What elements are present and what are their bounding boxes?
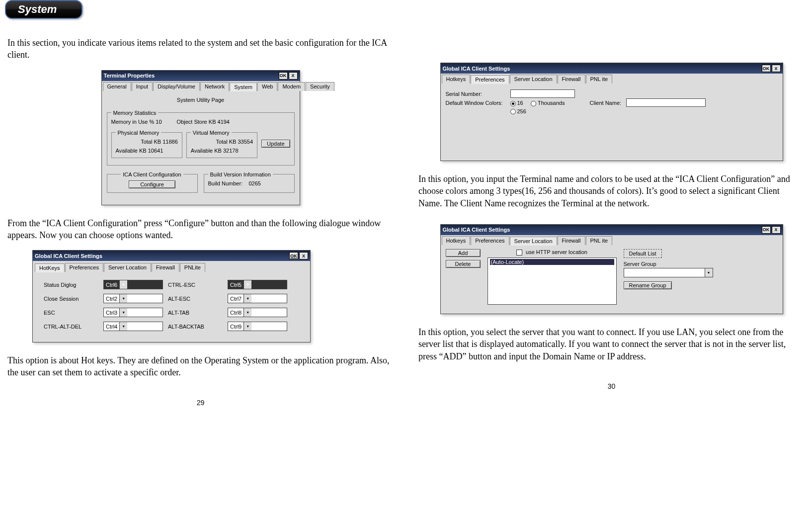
legend-physical-memory: Physical Memory <box>116 130 162 136</box>
tab-pnlite[interactable]: PNLite <box>180 263 205 272</box>
hk-label: CTRL-ALT-DEL <box>44 324 98 330</box>
tab-pnlite[interactable]: PNL ite <box>586 75 613 84</box>
server-group-label: Server Group <box>624 261 778 267</box>
tabs-row: HotKeys Preferences Server Location Fire… <box>33 261 310 272</box>
ok-button[interactable]: OK <box>762 65 771 72</box>
ica-server-location-window: Global ICA Client Settings OK X Hotkeys … <box>440 224 783 314</box>
dropdown-value: Ctrl4 <box>106 324 117 330</box>
page-columns: In this section, you indicate various it… <box>5 33 807 407</box>
client-name-input[interactable] <box>626 98 706 107</box>
configure-button[interactable]: Configure <box>129 180 175 188</box>
server-group-dropdown[interactable]: ▼ <box>624 268 713 277</box>
tab-preferences[interactable]: Preferences <box>471 75 509 84</box>
hk-dropdown[interactable]: Ctrl9▼ <box>228 322 287 331</box>
window-title: Global ICA Client Settings <box>443 227 510 233</box>
radio-thousands[interactable] <box>531 101 536 106</box>
hk-dropdown[interactable]: Ctrl7▼ <box>228 294 287 303</box>
physical-memory-group: Physical Memory Total KB 11886 Available… <box>111 130 182 158</box>
chevron-down-icon: ▼ <box>119 294 127 303</box>
legend-ica-client-config: ICA Client Configuration <box>121 171 183 177</box>
radio-256[interactable] <box>510 109 516 114</box>
chevron-down-icon: ▼ <box>244 322 251 331</box>
page-number-right: 30 <box>418 382 805 390</box>
window-body: System Utility Page Memory Statistics Me… <box>102 91 300 205</box>
close-button[interactable]: X <box>299 252 308 259</box>
default-list-button[interactable]: Default List <box>624 249 662 258</box>
use-http-label: use HTTP server location <box>526 249 587 255</box>
server-listbox[interactable]: (Auto-Locate) <box>487 257 617 305</box>
phys-total: Total KB 11886 <box>116 139 178 145</box>
hk-label: ALT-BACKTAB <box>168 324 223 330</box>
window-title: Global ICA Client Settings <box>35 253 102 259</box>
dropdown-value: Ctrl8 <box>230 310 242 316</box>
build-label: Build Number: <box>208 180 243 186</box>
memory-statistics-group: Memory Statistics Memory in Use % 10 Obj… <box>107 110 295 166</box>
hk-label: Close Session <box>44 296 98 302</box>
tab-server-location[interactable]: Server Location <box>104 263 151 272</box>
left-para3: This option is about Hot keys. They are … <box>7 354 394 379</box>
virtual-memory-group: Virtual Memory Total KB 33554 Available … <box>186 130 257 158</box>
list-item[interactable]: (Auto-Locate) <box>490 259 614 265</box>
hk-label: ESC <box>44 310 98 316</box>
ok-button[interactable]: OK <box>279 72 288 80</box>
tab-hotkeys[interactable]: Hotkeys <box>442 75 471 84</box>
tab-system[interactable]: System <box>230 83 257 91</box>
radio-16[interactable] <box>510 101 516 106</box>
tabs-row: Hotkeys Preferences Server Location Fire… <box>441 74 783 84</box>
close-button[interactable]: X <box>772 65 781 72</box>
chevron-down-icon: ▼ <box>244 294 251 303</box>
hk-dropdown[interactable]: Ctrl4▼ <box>103 322 163 331</box>
hk-dropdown[interactable]: Ctrl8▼ <box>228 308 287 317</box>
tab-general[interactable]: General <box>103 82 131 91</box>
virt-total: Total KB 33554 <box>191 139 253 145</box>
serial-number-input[interactable] <box>510 89 575 98</box>
dropdown-value: Ctrl7 <box>230 296 242 302</box>
titlebar: Global ICA Client Settings OK X <box>441 63 783 74</box>
tab-preferences[interactable]: Preferences <box>65 263 103 272</box>
serial-number-label: Serial Number: <box>446 91 510 97</box>
left-para2: From the “ICA Client Configuration” pres… <box>7 217 394 242</box>
phys-avail: Available KB 10641 <box>116 148 178 154</box>
tab-server-location[interactable]: Server Location <box>510 75 557 84</box>
window-body: Status Diglog Ctrl6▼ CTRL-ESC Ctrl5▼ Clo… <box>33 272 310 342</box>
close-button[interactable]: X <box>772 226 781 234</box>
build-version-group: Build Version Information Build Number: … <box>204 171 295 193</box>
tab-input[interactable]: Input <box>132 82 153 91</box>
ok-button[interactable]: OK <box>762 226 771 234</box>
tab-security[interactable]: Security <box>306 82 334 91</box>
add-button[interactable]: Add <box>446 249 481 257</box>
tab-modem[interactable]: Modem <box>278 82 305 91</box>
page-number-left: 29 <box>7 399 394 407</box>
tab-preferences[interactable]: Preferences <box>471 236 509 245</box>
hk-dropdown[interactable]: Ctrl2▼ <box>103 294 163 303</box>
tab-display-volume[interactable]: Display/Volume <box>153 82 200 91</box>
window-body: Serial Number: Default Window Colors: 16… <box>441 84 783 161</box>
tabs-row: Hotkeys Preferences Server Location Fire… <box>441 235 783 245</box>
ok-button[interactable]: OK <box>289 252 298 259</box>
tab-hotkeys[interactable]: Hotkeys <box>442 236 471 245</box>
ica-preferences-window: Global ICA Client Settings OK X Hotkeys … <box>440 63 783 161</box>
tab-hotkeys[interactable]: HotKeys <box>35 263 65 272</box>
chevron-down-icon: ▼ <box>244 280 251 289</box>
hk-dropdown[interactable]: Ctrl6▼ <box>103 280 163 289</box>
tab-pnlite[interactable]: PNL ite <box>586 236 613 245</box>
use-http-checkbox[interactable] <box>516 250 522 256</box>
chevron-down-icon: ▼ <box>119 322 127 331</box>
legend-virtual-memory: Virtual Memory <box>191 130 232 136</box>
colors-label: Default Window Colors: <box>446 100 510 106</box>
hk-dropdown[interactable]: Ctrl5▼ <box>228 280 287 289</box>
tab-server-location[interactable]: Server Location <box>510 237 557 246</box>
tab-firewall[interactable]: Firewall <box>558 236 585 245</box>
delete-button[interactable]: Delete <box>446 260 481 268</box>
tab-network[interactable]: Network <box>200 82 229 91</box>
chevron-down-icon: ▼ <box>244 308 251 317</box>
tab-web[interactable]: Web <box>257 82 277 91</box>
radio-256-label: 256 <box>517 108 526 114</box>
rename-group-button[interactable]: Rename Group <box>624 281 672 289</box>
close-button[interactable]: X <box>289 72 298 80</box>
hk-label: ALT-TAB <box>168 310 223 316</box>
update-button[interactable]: Update <box>261 140 290 148</box>
tab-firewall[interactable]: Firewall <box>558 75 585 84</box>
hk-dropdown[interactable]: Ctrl3▼ <box>103 308 163 317</box>
tab-firewall[interactable]: Firewall <box>152 263 179 272</box>
